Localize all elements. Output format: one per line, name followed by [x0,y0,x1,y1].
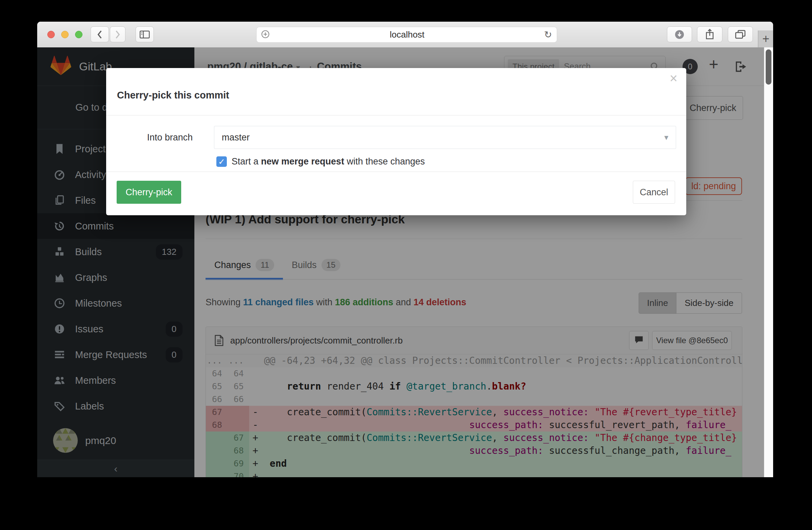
chevron-left-icon [96,29,103,40]
branch-select[interactable]: master ▾ [214,126,676,149]
browser-window: localhost ↻ + GitLab [37,22,773,477]
new-tab-button[interactable]: + [758,30,773,47]
cherry-pick-confirm-button[interactable]: Cherry-pick [117,181,181,204]
checkbox[interactable]: ✓ [216,156,227,167]
download-icon [674,29,685,40]
close-window-button[interactable] [47,31,55,38]
url-text: localhost [270,29,544,40]
divider [106,115,686,115]
modal-footer: Cherry-pick Cancel [106,171,686,215]
into-branch-label: Into branch [106,126,193,149]
downloads-button[interactable] [667,26,692,42]
chevron-down-icon: ▾ [664,132,668,142]
checkbox-label[interactable]: Start a new merge request with these cha… [232,156,425,167]
scrollbar-thumb[interactable] [766,50,771,85]
sidebar-toggle-button[interactable] [135,26,154,42]
check-icon: ✓ [218,157,225,167]
address-bar[interactable]: localhost ↻ [256,27,557,43]
branch-value: master [222,132,664,143]
scrollbar[interactable] [764,47,773,477]
merge-request-checkbox-row: ✓ Start a new merge request with these c… [216,156,425,167]
zoom-window-button[interactable] [75,31,83,38]
cancel-button[interactable]: Cancel [633,181,675,204]
share-button[interactable] [697,26,722,42]
back-button[interactable] [91,26,109,42]
show-tabs-button[interactable] [728,26,753,42]
cherry-pick-modal: × Cherry-pick this commit Into branch ma… [106,68,686,215]
share-icon [705,28,715,41]
close-icon[interactable]: × [670,71,678,86]
forward-button[interactable] [110,26,126,42]
minimize-window-button[interactable] [61,31,69,38]
reload-icon[interactable]: ↻ [544,29,552,40]
tabs-icon [734,29,746,40]
gitlab-app: GitLab Go to d ProjectActivityFilesCommi… [37,47,773,477]
reader-plus-icon [261,29,270,40]
sidebar-icon [139,30,150,39]
chevron-right-icon [114,29,121,40]
screenshot-stage: localhost ↻ + GitLab [0,0,812,530]
browser-toolbar: localhost ↻ + [37,22,773,48]
modal-title: Cherry-pick this commit [117,90,229,101]
